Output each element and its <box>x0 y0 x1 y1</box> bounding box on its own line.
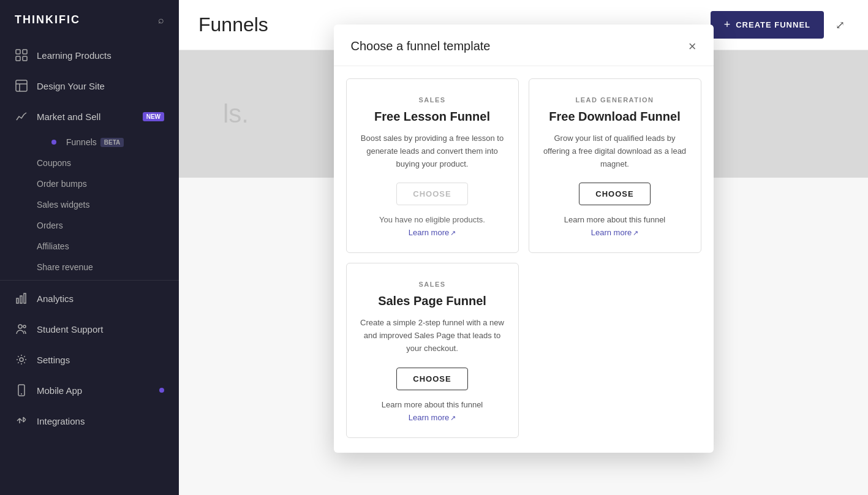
free-lesson-title: Free Lesson Funnel <box>374 110 490 124</box>
sales-widgets-label: Sales widgets <box>37 200 89 210</box>
share-revenue-label: Share revenue <box>37 262 93 272</box>
svg-rect-3 <box>23 56 27 61</box>
svg-point-10 <box>18 325 22 328</box>
free-lesson-learn-more-wrap: Learn more↗ <box>409 227 456 238</box>
main-content: Funnels + CREATE FUNNEL ⤢ ls. Choose a f… <box>179 0 868 495</box>
beta-badge: BETA <box>100 138 124 147</box>
sales-page-choose-button[interactable]: CHOOSE <box>396 368 467 390</box>
mobile-app-label: Mobile App <box>37 385 82 396</box>
analytics-icon <box>15 292 28 305</box>
sidebar-item-design-your-site[interactable]: Design Your Site <box>0 70 179 101</box>
sales-page-learn-more-about: Learn more about this funnel <box>382 400 483 409</box>
new-badge: NEW <box>143 112 164 121</box>
sales-page-learn-more-label: Learn more <box>409 413 449 422</box>
market-sell-sub-items: Funnels BETA Coupons Order bumps Sales w… <box>0 132 179 278</box>
sidebar-item-settings[interactable]: Settings <box>0 344 179 375</box>
users-icon <box>15 322 28 336</box>
sales-page-category: SALES <box>418 281 445 288</box>
analytics-label: Analytics <box>37 293 74 304</box>
no-eligible-text: You have no eligible products. <box>379 215 485 224</box>
sales-page-title: Sales Page Funnel <box>378 294 486 308</box>
search-icon[interactable]: ⌕ <box>158 15 164 26</box>
funnel-card-sales-page: SALES Sales Page Funnel Create a simple … <box>346 263 519 437</box>
orders-label: Orders <box>37 221 63 230</box>
sidebar-label-design-your-site: Design Your Site <box>37 81 105 91</box>
svg-rect-0 <box>16 50 20 54</box>
free-lesson-category: SALES <box>418 96 445 104</box>
free-download-choose-button[interactable]: CHOOSE <box>579 183 650 205</box>
settings-label: Settings <box>37 355 70 365</box>
free-download-learn-more-wrap: Learn more↗ <box>591 227 638 238</box>
free-download-description: Grow your list of qualified leads by off… <box>543 132 687 170</box>
student-support-label: Student Support <box>37 324 103 334</box>
external-link-icon-2: ↗ <box>633 229 638 236</box>
svg-point-12 <box>20 358 23 361</box>
free-download-learn-more-link[interactable]: Learn more↗ <box>591 228 638 237</box>
free-download-learn-more-label: Learn more <box>591 228 632 237</box>
free-lesson-learn-more-label: Learn more <box>409 228 449 237</box>
sidebar-sub-item-funnels[interactable]: Funnels BETA <box>37 132 179 153</box>
modal-header: Choose a funnel template × <box>334 25 714 66</box>
funnels-label: Funnels <box>66 137 97 147</box>
sidebar-label-market-and-sell: Market and Sell <box>37 111 100 122</box>
sidebar-sub-item-order-bumps[interactable]: Order bumps <box>37 173 179 194</box>
sidebar-item-market-and-sell[interactable]: Market and Sell NEW <box>0 101 179 132</box>
active-dot <box>51 140 56 145</box>
order-bumps-label: Order bumps <box>37 179 87 189</box>
sidebar-item-integrations[interactable]: Integrations <box>0 406 179 436</box>
free-download-category: LEAD GENERATION <box>575 96 654 104</box>
sidebar-sub-item-coupons[interactable]: Coupons <box>37 153 179 173</box>
funnel-template-modal: Choose a funnel template × SALES Free Le… <box>334 25 714 453</box>
integrations-label: Integrations <box>37 416 85 426</box>
modal-close-button[interactable]: × <box>689 40 696 53</box>
free-download-learn-more-about: Learn more about this funnel <box>564 215 666 224</box>
free-download-title: Free Download Funnel <box>549 110 680 124</box>
modal-body: SALES Free Lesson Funnel Boost sales by … <box>334 66 714 453</box>
modal-title: Choose a funnel template <box>351 39 491 53</box>
svg-rect-1 <box>23 50 27 54</box>
free-download-actions: CHOOSE Learn more about this funnel Lear… <box>543 183 687 238</box>
sales-page-learn-more-link[interactable]: Learn more↗ <box>409 413 456 422</box>
settings-icon <box>15 353 28 366</box>
sidebar-logo-area: THINKIFIC ⌕ <box>0 0 179 40</box>
coupons-label: Coupons <box>37 158 71 168</box>
svg-rect-2 <box>16 56 20 61</box>
mobile-app-dot <box>159 388 164 393</box>
external-link-icon: ↗ <box>450 229 456 236</box>
divider <box>0 280 179 281</box>
funnel-card-free-download: LEAD GENERATION Free Download Funnel Gro… <box>529 78 701 253</box>
layout-icon <box>15 79 28 93</box>
chart-icon <box>15 110 28 123</box>
sidebar-label-learning-products: Learning Products <box>37 50 111 61</box>
logo-text: THINKIFIC <box>15 13 80 26</box>
modal-backdrop: Choose a funnel template × SALES Free Le… <box>179 0 868 495</box>
sidebar: THINKIFIC ⌕ Learning Products Design You… <box>0 0 179 495</box>
sidebar-sub-item-sales-widgets[interactable]: Sales widgets <box>37 194 179 215</box>
free-lesson-actions: CHOOSE You have no eligible products. Le… <box>360 183 505 238</box>
free-lesson-choose-button[interactable]: CHOOSE <box>396 183 467 205</box>
sidebar-item-student-support[interactable]: Student Support <box>0 314 179 344</box>
svg-point-11 <box>23 325 26 328</box>
svg-point-14 <box>21 393 22 395</box>
sales-page-description: Create a simple 2-step funnel with a new… <box>360 317 505 355</box>
funnel-card-free-lesson: SALES Free Lesson Funnel Boost sales by … <box>346 78 519 253</box>
free-lesson-description: Boost sales by providing a free lesson t… <box>360 132 505 170</box>
sidebar-item-analytics[interactable]: Analytics <box>0 283 179 314</box>
free-lesson-learn-more-link[interactable]: Learn more↗ <box>409 228 456 237</box>
sidebar-sub-item-orders[interactable]: Orders <box>37 215 179 236</box>
funnel-cards-grid: SALES Free Lesson Funnel Boost sales by … <box>346 78 701 438</box>
sidebar-item-mobile-app[interactable]: Mobile App <box>0 375 179 406</box>
sidebar-item-learning-products[interactable]: Learning Products <box>0 40 179 70</box>
grid-icon <box>15 48 28 62</box>
sales-page-learn-more-wrap: Learn more↗ <box>409 412 456 423</box>
svg-rect-7 <box>17 298 18 303</box>
mobile-icon <box>15 384 28 397</box>
sales-page-actions: CHOOSE Learn more about this funnel Lear… <box>360 368 505 423</box>
affiliates-label: Affiliates <box>37 241 69 251</box>
external-link-icon-3: ↗ <box>450 414 456 421</box>
sidebar-sub-item-affiliates[interactable]: Affiliates <box>37 236 179 257</box>
sidebar-sub-item-share-revenue[interactable]: Share revenue <box>37 257 179 278</box>
integrations-icon <box>15 414 28 428</box>
svg-rect-8 <box>20 296 22 303</box>
svg-rect-4 <box>16 80 27 91</box>
